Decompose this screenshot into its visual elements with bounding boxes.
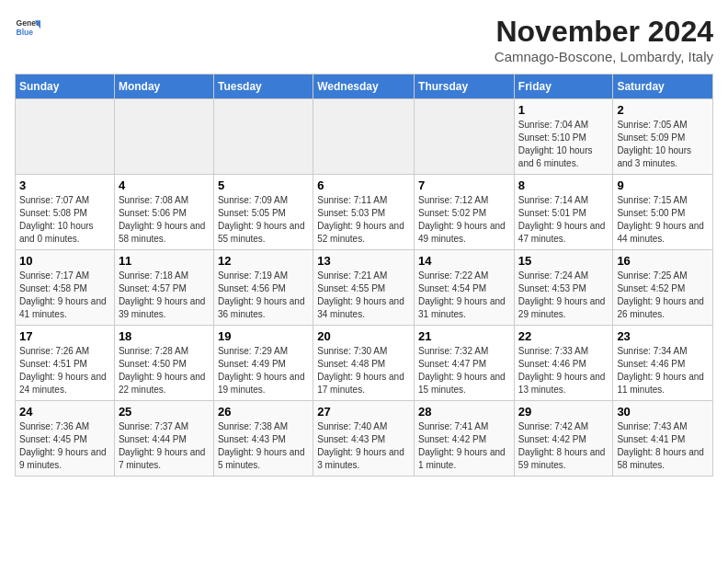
- week-row-2: 3Sunrise: 7:07 AM Sunset: 5:08 PM Daylig…: [16, 175, 713, 250]
- day-info: Sunrise: 7:30 AM Sunset: 4:48 PM Dayligh…: [317, 345, 410, 396]
- day-number: 3: [19, 178, 110, 192]
- calendar-cell: 17Sunrise: 7:26 AM Sunset: 4:51 PM Dayli…: [16, 326, 115, 401]
- day-number: 22: [518, 329, 609, 343]
- day-info: Sunrise: 7:04 AM Sunset: 5:10 PM Dayligh…: [518, 119, 609, 170]
- calendar-table: SundayMondayTuesdayWednesdayThursdayFrid…: [15, 74, 713, 477]
- calendar-cell: 26Sunrise: 7:38 AM Sunset: 4:43 PM Dayli…: [213, 401, 313, 477]
- calendar-cell: 2Sunrise: 7:05 AM Sunset: 5:09 PM Daylig…: [613, 99, 713, 175]
- calendar-cell: 24Sunrise: 7:36 AM Sunset: 4:45 PM Dayli…: [16, 401, 115, 477]
- weekday-header-thursday: Thursday: [415, 75, 515, 99]
- calendar-cell: 23Sunrise: 7:34 AM Sunset: 4:46 PM Dayli…: [613, 326, 713, 401]
- calendar-cell: 25Sunrise: 7:37 AM Sunset: 4:44 PM Dayli…: [114, 401, 213, 477]
- calendar-cell: 10Sunrise: 7:17 AM Sunset: 4:58 PM Dayli…: [16, 250, 115, 326]
- calendar-cell: 15Sunrise: 7:24 AM Sunset: 4:53 PM Dayli…: [514, 250, 613, 326]
- weekday-header-monday: Monday: [114, 75, 213, 99]
- day-info: Sunrise: 7:29 AM Sunset: 4:49 PM Dayligh…: [218, 345, 309, 396]
- day-info: Sunrise: 7:18 AM Sunset: 4:57 PM Dayligh…: [119, 270, 210, 321]
- title-area: November 2024 Camnago-Boscone, Lombardy,…: [495, 15, 713, 64]
- day-info: Sunrise: 7:32 AM Sunset: 4:47 PM Dayligh…: [418, 345, 510, 396]
- day-info: Sunrise: 7:14 AM Sunset: 5:01 PM Dayligh…: [518, 194, 609, 246]
- day-info: Sunrise: 7:28 AM Sunset: 4:50 PM Dayligh…: [119, 345, 210, 396]
- calendar-cell: 16Sunrise: 7:25 AM Sunset: 4:52 PM Dayli…: [613, 250, 713, 326]
- day-info: Sunrise: 7:22 AM Sunset: 4:54 PM Dayligh…: [418, 270, 510, 321]
- calendar-cell: 30Sunrise: 7:43 AM Sunset: 4:41 PM Dayli…: [613, 401, 713, 477]
- day-info: Sunrise: 7:42 AM Sunset: 4:42 PM Dayligh…: [518, 420, 609, 472]
- calendar-cell: [213, 99, 313, 175]
- day-number: 29: [518, 405, 609, 419]
- day-info: Sunrise: 7:34 AM Sunset: 4:46 PM Dayligh…: [617, 345, 709, 396]
- day-number: 17: [19, 329, 110, 343]
- weekday-header-friday: Friday: [514, 75, 613, 99]
- day-number: 2: [617, 103, 709, 117]
- day-info: Sunrise: 7:08 AM Sunset: 5:06 PM Dayligh…: [119, 194, 210, 246]
- weekday-header-saturday: Saturday: [613, 75, 713, 99]
- day-info: Sunrise: 7:36 AM Sunset: 4:45 PM Dayligh…: [19, 420, 110, 472]
- calendar-cell: 8Sunrise: 7:14 AM Sunset: 5:01 PM Daylig…: [514, 175, 613, 250]
- day-number: 13: [317, 254, 410, 268]
- day-info: Sunrise: 7:26 AM Sunset: 4:51 PM Dayligh…: [19, 345, 110, 396]
- day-number: 6: [317, 178, 410, 192]
- calendar-cell: 4Sunrise: 7:08 AM Sunset: 5:06 PM Daylig…: [114, 175, 213, 250]
- day-number: 15: [518, 254, 609, 268]
- weekday-header-sunday: Sunday: [16, 75, 115, 99]
- day-number: 10: [19, 254, 110, 268]
- day-info: Sunrise: 7:43 AM Sunset: 4:41 PM Dayligh…: [617, 420, 709, 472]
- day-number: 11: [119, 254, 210, 268]
- day-info: Sunrise: 7:38 AM Sunset: 4:43 PM Dayligh…: [218, 420, 309, 472]
- day-number: 14: [418, 254, 510, 268]
- calendar-cell: 6Sunrise: 7:11 AM Sunset: 5:03 PM Daylig…: [313, 175, 415, 250]
- calendar-cell: [114, 99, 213, 175]
- day-number: 8: [518, 178, 609, 192]
- weekday-header-row: SundayMondayTuesdayWednesdayThursdayFrid…: [16, 75, 713, 99]
- weekday-header-tuesday: Tuesday: [213, 75, 313, 99]
- calendar-cell: 11Sunrise: 7:18 AM Sunset: 4:57 PM Dayli…: [114, 250, 213, 326]
- day-number: 19: [218, 329, 309, 343]
- day-info: Sunrise: 7:17 AM Sunset: 4:58 PM Dayligh…: [19, 270, 110, 321]
- day-info: Sunrise: 7:05 AM Sunset: 5:09 PM Dayligh…: [617, 119, 709, 170]
- week-row-1: 1Sunrise: 7:04 AM Sunset: 5:10 PM Daylig…: [16, 99, 713, 175]
- day-number: 24: [19, 405, 110, 419]
- day-info: Sunrise: 7:33 AM Sunset: 4:46 PM Dayligh…: [518, 345, 609, 396]
- calendar-cell: 3Sunrise: 7:07 AM Sunset: 5:08 PM Daylig…: [16, 175, 115, 250]
- day-number: 28: [418, 405, 510, 419]
- day-number: 4: [119, 178, 210, 192]
- logo-icon: General Blue: [15, 15, 40, 40]
- calendar-cell: 22Sunrise: 7:33 AM Sunset: 4:46 PM Dayli…: [514, 326, 613, 401]
- day-number: 16: [617, 254, 709, 268]
- calendar-cell: [313, 99, 415, 175]
- calendar-cell: 12Sunrise: 7:19 AM Sunset: 4:56 PM Dayli…: [213, 250, 313, 326]
- day-info: Sunrise: 7:40 AM Sunset: 4:43 PM Dayligh…: [317, 420, 410, 472]
- week-row-3: 10Sunrise: 7:17 AM Sunset: 4:58 PM Dayli…: [16, 250, 713, 326]
- day-number: 23: [617, 329, 709, 343]
- location-title: Camnago-Boscone, Lombardy, Italy: [495, 49, 713, 64]
- calendar-cell: 29Sunrise: 7:42 AM Sunset: 4:42 PM Dayli…: [514, 401, 613, 477]
- page-header: General Blue November 2024 Camnago-Bosco…: [15, 15, 713, 64]
- calendar-cell: 1Sunrise: 7:04 AM Sunset: 5:10 PM Daylig…: [514, 99, 613, 175]
- calendar-cell: [415, 99, 515, 175]
- day-number: 5: [218, 178, 309, 192]
- day-number: 9: [617, 178, 709, 192]
- day-number: 26: [218, 405, 309, 419]
- day-info: Sunrise: 7:25 AM Sunset: 4:52 PM Dayligh…: [617, 270, 709, 321]
- day-info: Sunrise: 7:07 AM Sunset: 5:08 PM Dayligh…: [19, 194, 110, 246]
- day-info: Sunrise: 7:15 AM Sunset: 5:00 PM Dayligh…: [617, 194, 709, 246]
- calendar-cell: 18Sunrise: 7:28 AM Sunset: 4:50 PM Dayli…: [114, 326, 213, 401]
- day-info: Sunrise: 7:11 AM Sunset: 5:03 PM Dayligh…: [317, 194, 410, 246]
- weekday-header-wednesday: Wednesday: [313, 75, 415, 99]
- svg-text:Blue: Blue: [17, 28, 34, 37]
- calendar-cell: 27Sunrise: 7:40 AM Sunset: 4:43 PM Dayli…: [313, 401, 415, 477]
- logo: General Blue: [15, 15, 40, 40]
- calendar-cell: 14Sunrise: 7:22 AM Sunset: 4:54 PM Dayli…: [415, 250, 515, 326]
- calendar-cell: 5Sunrise: 7:09 AM Sunset: 5:05 PM Daylig…: [213, 175, 313, 250]
- day-info: Sunrise: 7:41 AM Sunset: 4:42 PM Dayligh…: [418, 420, 510, 472]
- week-row-5: 24Sunrise: 7:36 AM Sunset: 4:45 PM Dayli…: [16, 401, 713, 477]
- day-info: Sunrise: 7:09 AM Sunset: 5:05 PM Dayligh…: [218, 194, 309, 246]
- day-number: 18: [119, 329, 210, 343]
- day-number: 25: [119, 405, 210, 419]
- calendar-cell: 20Sunrise: 7:30 AM Sunset: 4:48 PM Dayli…: [313, 326, 415, 401]
- day-info: Sunrise: 7:21 AM Sunset: 4:55 PM Dayligh…: [317, 270, 410, 321]
- calendar-cell: 13Sunrise: 7:21 AM Sunset: 4:55 PM Dayli…: [313, 250, 415, 326]
- calendar-cell: 28Sunrise: 7:41 AM Sunset: 4:42 PM Dayli…: [415, 401, 515, 477]
- day-info: Sunrise: 7:19 AM Sunset: 4:56 PM Dayligh…: [218, 270, 309, 321]
- day-number: 30: [617, 405, 709, 419]
